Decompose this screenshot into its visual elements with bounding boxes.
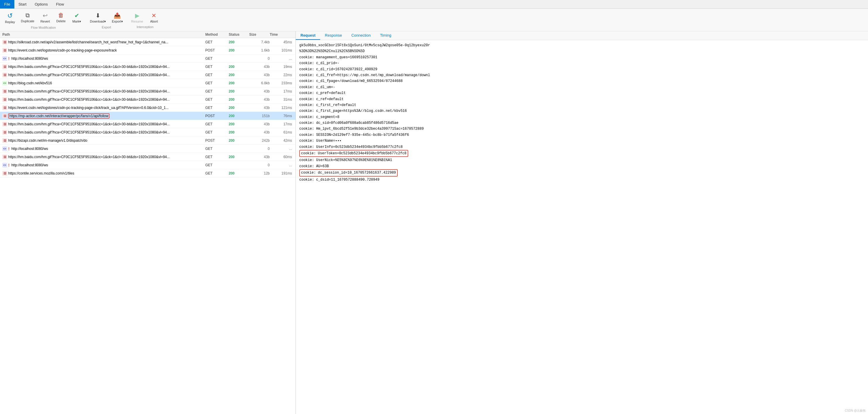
detail-key: cookie [299, 133, 312, 137]
revert-button[interactable]: ↩ Revert [37, 10, 53, 25]
flow-cell-status: 200 [229, 97, 249, 102]
flow-cell-time: ... [270, 57, 293, 61]
flow-cell-path: 🖼 https://silkroad.csdn.net/api/v2/assem… [2, 40, 205, 44]
flow-row[interactable]: 🖼 https://bizapi.csdn.net/im-manage/v1.0… [0, 136, 296, 145]
flow-cell-status: 200 [229, 114, 249, 118]
detail-value: : management_ques=1669510257301 [312, 55, 377, 59]
export-button[interactable]: 📤 Export▾ [109, 10, 126, 25]
detail-line: cookie: management_ques=1669510257301 [299, 55, 865, 60]
detail-value: : c_dl_fref=https://mp.csdn.net/mp_downl… [312, 73, 430, 77]
flow-cell-status: 200 [229, 130, 249, 134]
flow-row[interactable]: 🖼 https://mp-action.csdn.net/interact/wr… [0, 112, 296, 120]
menu-file[interactable]: File [0, 0, 14, 8]
resume-button[interactable]: ▶ Resume [129, 10, 146, 25]
flow-cell-method: GET [205, 57, 229, 61]
flow-row[interactable]: 🖼 https://event.csdn.net/logstores/csdn-… [0, 46, 296, 55]
tab-connection[interactable]: Connection [347, 31, 375, 40]
detail-key: cookie [299, 67, 312, 71]
flow-row[interactable]: 🖼 https://hm.baidu.com/hm.gif?hca=CF0C1C… [0, 87, 296, 95]
flow-row[interactable]: 🖼 https://contile.services.mozilla.com/v… [0, 169, 296, 178]
flow-row[interactable]: <> ! http://localhost:8080/ws GET 0 ... [0, 145, 296, 153]
download-button[interactable]: ⬇ Download▾ [87, 10, 108, 25]
flow-cell-time: 76ms [270, 114, 293, 118]
flow-cell-status: 200 [229, 106, 249, 110]
detail-key: cookie [299, 85, 312, 89]
flow-row[interactable]: 🖼 https://event.csdn.net/logstores/csdn-… [0, 104, 296, 112]
detail-line: cookie: c_dl_um=- [299, 84, 865, 90]
flow-cell-path: <> ! http://localhost:8080/ws [2, 56, 205, 61]
error-badge: ! [8, 147, 10, 151]
abort-button[interactable]: ✕ Abort [147, 10, 162, 25]
menu-start[interactable]: Start [14, 0, 30, 8]
flow-table-body[interactable]: 🖼 https://silkroad.csdn.net/api/v2/assem… [0, 38, 296, 414]
duplicate-icon: ⧉ [26, 12, 30, 19]
path-text: https://bizapi.csdn.net/im-manage/v1.0/d… [8, 138, 87, 142]
flow-row[interactable]: 🖼 https://silkroad.csdn.net/api/v2/assem… [0, 38, 296, 46]
flow-cell-method: GET [205, 163, 229, 167]
flow-cell-status: 200 [229, 48, 249, 53]
flow-row[interactable]: <> https://blog.csdn.net/kbv516 GET 200 … [0, 79, 296, 87]
tab-response[interactable]: Response [320, 31, 347, 40]
flow-row[interactable]: 🖼 https://hm.baidu.com/hm.gif?hca=CF0C1C… [0, 71, 296, 79]
flow-row[interactable]: 🖼 https://hm.baidu.com/hm.gif?hca=CF0C1C… [0, 153, 296, 161]
flow-cell-status: 200 [229, 81, 249, 85]
error-badge: ! [8, 56, 10, 61]
flow-cell-method: GET [205, 89, 229, 93]
detail-line: cookie: Hm_lpvt_6bcd52f51e9b3dce32bec4a3… [299, 126, 865, 132]
detail-key: cookie [299, 145, 312, 149]
interception-label: Interception [137, 25, 153, 29]
flow-cell-status: 200 [229, 138, 249, 142]
flow-cell-time: 45ms [270, 40, 293, 44]
flow-cell-method: POST [205, 114, 229, 118]
flow-row[interactable]: 🖼 https://hm.baidu.com/hm.gif?hca=CF0C1C… [0, 63, 296, 71]
flow-row[interactable]: <> ! http://localhost:8080/ws GET 0 ... [0, 55, 296, 63]
detail-line: cookie: c_first_ref=default [299, 102, 865, 108]
flow-row[interactable]: <> ! http://localhost:8080/ws GET 0 ... [0, 161, 296, 169]
flow-modification-label: Flow Modification [31, 25, 56, 29]
detail-key: cookie [299, 109, 312, 113]
mark-button[interactable]: ✔ Mark▾ [69, 10, 84, 25]
tab-request[interactable]: Request [296, 31, 320, 40]
flow-cell-time: ... [270, 163, 293, 167]
path-text: http://localhost:8080/ws [11, 147, 48, 151]
detail-key: cookie [299, 103, 312, 107]
ws-icon: <> [2, 163, 7, 167]
flow-cell-size: 43b [249, 89, 270, 93]
header-method: Method [205, 32, 229, 37]
tab-timing[interactable]: Timing [375, 31, 396, 40]
flow-cell-size: 242b [249, 138, 270, 142]
flow-cell-size: 43b [249, 73, 270, 77]
detail-line: cookie: c_dsid=11_1670572888490.720949 [299, 177, 865, 183]
code-icon: <> [2, 81, 7, 86]
menu-bar: File Start Options Flow [0, 0, 868, 9]
delete-button[interactable]: 🗑 Delete [53, 10, 68, 25]
replay-button[interactable]: ↺ Replay [2, 10, 18, 25]
detail-value: : AU=63B [312, 164, 329, 168]
detail-value: : c_ref=default [312, 97, 343, 101]
detail-line: gk5u9bbs_xocGCborl5Ft8x1QoSuni/0tMv5csqJ… [299, 42, 865, 48]
path-text: https://blog.csdn.net/kbv516 [8, 81, 52, 85]
delete-label: Delete [56, 19, 66, 23]
flow-cell-size: 7.4kb [249, 40, 270, 44]
flow-row[interactable]: 🖼 https://hm.baidu.com/hm.gif?hca=CF0C1C… [0, 128, 296, 136]
path-text: https://hm.baidu.com/hm.gif?hca=CF0C1CF5… [8, 122, 170, 126]
http-icon: 🖼 [2, 105, 7, 110]
duplicate-button[interactable]: ⧉ Duplicate [18, 10, 37, 25]
flow-cell-status: 200 [229, 155, 249, 159]
menu-options[interactable]: Options [30, 0, 52, 8]
flow-row[interactable]: 🖼 https://hm.baidu.com/hm.gif?hca=CF0C1C… [0, 120, 296, 128]
detail-line: cookie: UserToken=0c523db5234e4934bc9fbb… [299, 150, 408, 157]
flow-cell-time: 22ms [270, 73, 293, 77]
flow-cell-time: 101ms [270, 48, 293, 53]
flow-list-panel: Path Method Status Size Time 🖼 https://s… [0, 31, 296, 414]
flow-cell-size: 43b [249, 97, 270, 102]
menu-flow[interactable]: Flow [52, 0, 68, 8]
flow-cell-time: 60ms [270, 155, 293, 159]
flow-cell-size: 43b [249, 106, 270, 110]
detail-line: cookie: dc_session_id=10_1670572661637.4… [299, 169, 398, 176]
detail-key: cookie [301, 151, 314, 156]
flow-row[interactable]: 🖼 https://hm.baidu.com/hm.gif?hca=CF0C1C… [0, 95, 296, 104]
error-badge: ! [8, 163, 10, 167]
flow-cell-method: GET [205, 106, 229, 110]
flow-cell-size: 1.6kb [249, 48, 270, 53]
